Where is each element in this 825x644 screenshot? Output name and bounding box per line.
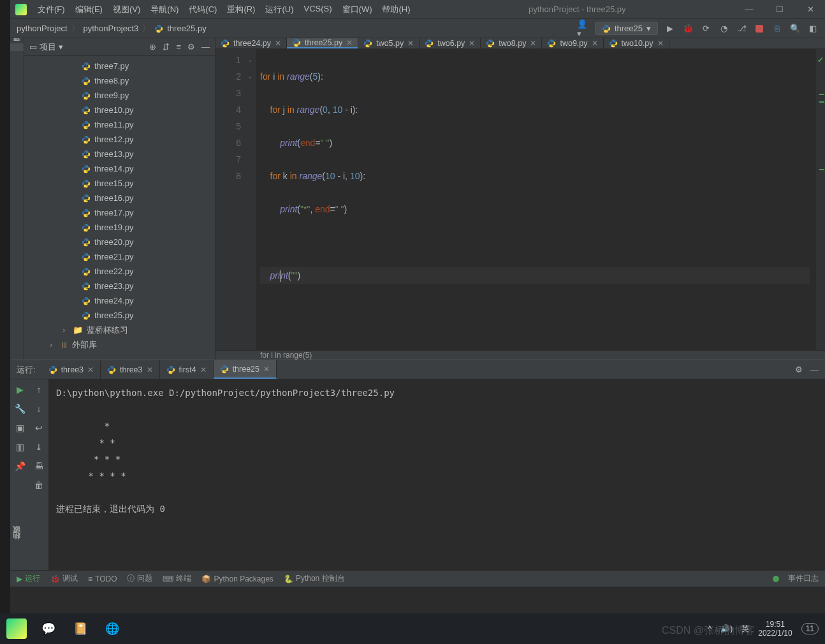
tab-close-icon[interactable]: ✕ [263, 365, 270, 374]
collapse-icon[interactable]: ≡ [176, 42, 181, 52]
coverage-icon[interactable]: ⟳ [700, 23, 712, 34]
tab-close-icon[interactable]: ✕ [592, 39, 598, 48]
menu-run[interactable]: 运行(U) [261, 2, 298, 17]
tab-two8-py[interactable]: two8.py✕ [481, 38, 542, 48]
sb-problems[interactable]: ⓘ 问题 [127, 573, 152, 584]
tab-three25-py[interactable]: three25.py✕ [287, 38, 358, 48]
tree-file[interactable]: three10.py [24, 103, 215, 117]
menu-code[interactable]: 代码(C) [184, 2, 221, 17]
tab-close-icon[interactable]: ✕ [147, 365, 153, 374]
tree-file[interactable]: three15.py [24, 176, 215, 191]
tree-file[interactable]: three20.py [24, 235, 215, 249]
sb-debug[interactable]: 🐞 调试 [50, 573, 78, 584]
menu-edit[interactable]: 编辑(E) [71, 2, 107, 17]
concurrency-icon[interactable]: ⎇ [736, 23, 747, 34]
pin-icon[interactable]: 📌 [15, 461, 26, 471]
stripe-project[interactable]: 项目 [10, 43, 24, 51]
gear-icon[interactable]: ⚙ [795, 365, 803, 374]
tree-file[interactable]: three19.py [24, 220, 215, 235]
sb-console[interactable]: 🐍 Python 控制台 [284, 573, 345, 584]
locate-icon[interactable]: ⊕ [149, 42, 156, 52]
runtab-three25[interactable]: three25✕ [214, 360, 277, 379]
tray-chevron-icon[interactable]: ^ [708, 624, 712, 633]
code-breadcrumb[interactable]: for i in range(5) [215, 350, 825, 360]
tray-ime[interactable]: 英 [741, 624, 749, 634]
print-icon[interactable]: 🖶 [34, 461, 43, 471]
maximize-icon[interactable]: ☐ [770, 4, 789, 14]
tab-close-icon[interactable]: ✕ [87, 365, 94, 374]
sb-todo[interactable]: ≡ TODO [88, 574, 117, 583]
tab-two5-py[interactable]: two5.py✕ [358, 38, 420, 48]
down-icon[interactable]: ↓ [37, 404, 41, 414]
tree-file[interactable]: three9.py [24, 88, 215, 103]
debug-icon[interactable]: 🐞 [682, 23, 694, 34]
menu-file[interactable]: 文件(F) [33, 2, 69, 17]
run-config-selector[interactable]: three25 ▾ [595, 22, 658, 35]
tree-external-libs[interactable]: ›⫼ 外部库 [24, 337, 215, 352]
tab-close-icon[interactable]: ✕ [275, 39, 281, 48]
tab-close-icon[interactable]: ✕ [657, 39, 664, 48]
stop-icon[interactable] [754, 23, 765, 34]
run-icon[interactable]: ▶ [664, 23, 676, 34]
code-editor[interactable]: for i in range(5): for j in range(0, 10 … [256, 49, 816, 350]
tree-file[interactable]: three14.py [24, 161, 215, 176]
vcs-icon[interactable]: ⎘ [771, 23, 783, 34]
menu-help[interactable]: 帮助(H) [377, 2, 414, 17]
layout-icon[interactable]: ▥ [16, 442, 24, 452]
crumb-root[interactable]: pythonProject [17, 24, 68, 33]
crumb-folder[interactable]: pythonProject3 [84, 24, 139, 33]
gear-icon[interactable]: ⚙ [187, 42, 195, 52]
tab-close-icon[interactable]: ✕ [200, 365, 207, 374]
tree-file[interactable]: three23.py [24, 279, 215, 293]
minimize-icon[interactable]: ― [740, 4, 759, 14]
tree-file[interactable]: three21.py [24, 249, 215, 264]
runtab-three3[interactable]: three3✕ [42, 360, 101, 379]
project-tree[interactable]: three7.pythree8.pythree9.pythree10.pythr… [24, 56, 215, 360]
rerun-icon[interactable]: ▶ [17, 384, 24, 395]
menu-view[interactable]: 视图(V) [108, 2, 145, 17]
tree-file[interactable]: three7.py [24, 59, 215, 73]
tray-clock[interactable]: 19:51 2022/1/10 [758, 620, 792, 638]
runtab-first4[interactable]: first4✕ [160, 360, 214, 379]
user-icon[interactable]: 👤▾ [577, 23, 588, 34]
hide-icon[interactable]: — [201, 42, 210, 52]
task-wechat-icon[interactable]: 💬 [38, 618, 59, 639]
tab-two10-py[interactable]: two10.py✕ [604, 38, 669, 48]
task-notes-icon[interactable]: 📔 [70, 618, 91, 639]
scroll-end-icon[interactable]: ⤓ [35, 442, 43, 452]
close-icon[interactable]: ✕ [801, 4, 820, 14]
ide-settings-icon[interactable]: ◧ [807, 23, 819, 34]
tree-file[interactable]: three25.py [24, 308, 215, 323]
tray-notification-icon[interactable]: 11 [801, 623, 819, 634]
tab-close-icon[interactable]: ✕ [407, 39, 414, 48]
tree-file[interactable]: three13.py [24, 147, 215, 161]
softwrap-icon[interactable]: ↩ [35, 423, 43, 433]
sb-terminal[interactable]: ⌨ 终端 [163, 573, 191, 584]
sb-packages[interactable]: 📦 Python Packages [201, 574, 273, 583]
up-icon[interactable]: ↑ [37, 384, 41, 395]
tree-file[interactable]: three22.py [24, 264, 215, 279]
tab-close-icon[interactable]: ✕ [530, 39, 536, 48]
trash-icon[interactable]: 🗑 [34, 480, 43, 490]
task-pycharm-icon[interactable] [6, 618, 27, 639]
tab-close-icon[interactable]: ✕ [346, 38, 353, 47]
crumb-file[interactable]: three25.py [167, 24, 206, 33]
tab-two6-py[interactable]: two6.py✕ [420, 38, 481, 48]
menu-nav[interactable]: 导航(N) [146, 2, 183, 17]
tab-close-icon[interactable]: ✕ [469, 39, 475, 48]
sb-run[interactable]: ▶ 运行 [17, 573, 40, 584]
tree-file[interactable]: three17.py [24, 205, 215, 220]
menu-vcs[interactable]: VCS(S) [299, 2, 336, 17]
tree-file[interactable]: three11.py [24, 117, 215, 132]
tree-file[interactable]: three12.py [24, 132, 215, 147]
tree-file[interactable]: three8.py [24, 73, 215, 88]
tab-three24-py[interactable]: three24.py✕ [215, 38, 287, 48]
tree-folder[interactable]: ›📁 蓝桥杯练习 [24, 323, 215, 337]
menu-window[interactable]: 窗口(W) [338, 2, 377, 17]
expand-icon[interactable]: ⇵ [163, 42, 170, 52]
tree-file[interactable]: three24.py [24, 293, 215, 308]
console-output[interactable]: D:\python\python.exe D:/pythonProject/py… [48, 379, 825, 570]
runtab-three3[interactable]: three3✕ [101, 360, 159, 379]
menu-refactor[interactable]: 重构(R) [223, 2, 259, 17]
profile-icon[interactable]: ◔ [718, 23, 729, 34]
